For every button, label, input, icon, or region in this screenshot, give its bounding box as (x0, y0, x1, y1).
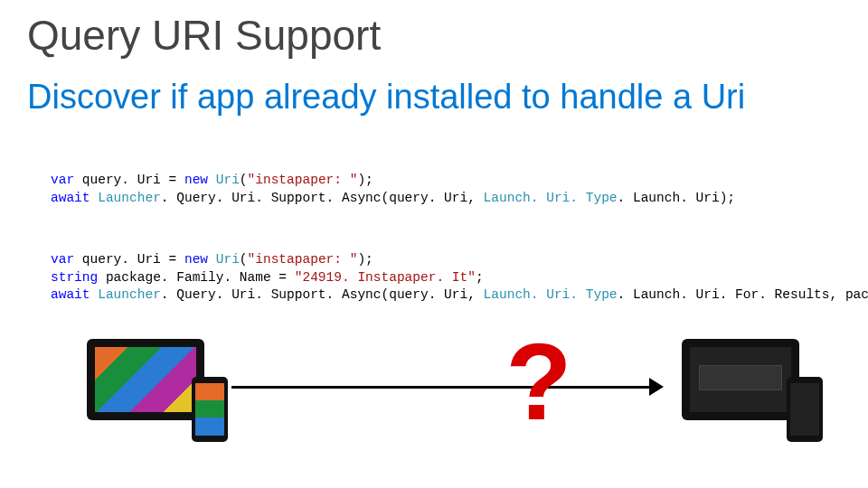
code-text: ); (357, 252, 373, 267)
code-text (208, 252, 216, 267)
diagram: ? (87, 334, 817, 443)
phone-icon (192, 377, 228, 442)
code-keyword: var (51, 252, 74, 267)
code-type: Launch. Uri. Type (484, 287, 618, 302)
code-keyword: var (51, 173, 74, 187)
code-keyword: await (51, 191, 90, 205)
code-text (90, 287, 99, 302)
code-text: package. Family. Name = (98, 270, 295, 285)
target-devices (682, 339, 817, 438)
code-text: ( (240, 173, 248, 187)
arrow-icon (231, 378, 664, 396)
slide-title: Query URI Support (27, 11, 381, 60)
tablet-screen-icon (690, 347, 791, 412)
code-keyword: string (51, 270, 98, 285)
code-text: ; (476, 270, 484, 285)
phone-screen-icon (790, 383, 819, 436)
code-text: query. Uri = (74, 252, 184, 267)
tablet-icon (87, 339, 204, 420)
code-block-2: var query. Uri = new Uri("instapaper: ")… (51, 251, 868, 305)
code-string: "24919. Instapaper. It" (295, 270, 476, 285)
code-keyword: new (184, 252, 208, 267)
tablet-screen-icon (95, 347, 196, 412)
code-text: ); (357, 173, 373, 187)
code-keyword: await (51, 287, 90, 302)
code-text: query. Uri = (74, 173, 184, 187)
code-text: . Query. Uri. Support. Async(query. Uri, (161, 191, 484, 205)
code-text: ( (240, 252, 248, 267)
code-string: "instapaper: " (248, 252, 358, 267)
code-string: "instapaper: " (248, 173, 358, 187)
question-mark: ? (505, 327, 571, 436)
code-text (90, 191, 99, 205)
code-type: Launcher (98, 191, 161, 205)
arrow-line-icon (231, 386, 651, 389)
slide-subtitle: Discover if app already installed to han… (27, 78, 745, 117)
phone-screen-icon (195, 383, 224, 436)
code-type: Launcher (98, 287, 161, 302)
arrow-head-icon (649, 378, 664, 396)
phone-icon (787, 377, 823, 442)
tablet-icon (682, 339, 799, 420)
code-text: . Query. Uri. Support. Async(query. Uri, (161, 287, 484, 302)
code-type: Uri (216, 252, 240, 267)
code-block-1: var query. Uri = new Uri("instapaper: ")… (51, 172, 735, 207)
source-devices (87, 339, 222, 438)
code-type: Uri (216, 173, 240, 187)
code-keyword: new (184, 173, 208, 187)
code-text: . Launch. Uri. For. Results, package. Fa… (618, 287, 868, 302)
code-type: Launch. Uri. Type (484, 191, 618, 205)
code-text: . Launch. Uri); (618, 191, 736, 205)
code-text (208, 173, 216, 187)
